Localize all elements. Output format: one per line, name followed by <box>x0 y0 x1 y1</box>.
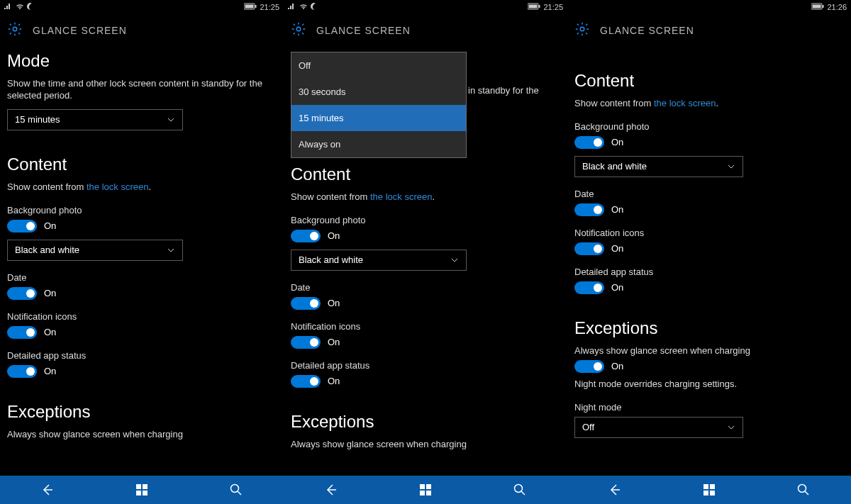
notif-toggle[interactable] <box>7 326 37 339</box>
bgphoto-label: Background photo <box>291 215 560 225</box>
bgphoto-toggle[interactable] <box>574 136 604 149</box>
battery-icon <box>811 3 824 11</box>
start-button[interactable] <box>128 476 156 504</box>
gear-icon <box>574 21 590 40</box>
back-button[interactable] <box>33 476 62 504</box>
mode-heading: Mode <box>7 51 277 71</box>
chevron-down-icon <box>450 256 459 264</box>
exc-charge-label: Always show glance screen when charging <box>7 429 277 441</box>
search-button[interactable] <box>222 476 250 504</box>
moon-icon <box>27 3 34 11</box>
status-time: 21:25 <box>260 3 279 11</box>
svg-rect-17 <box>420 484 425 489</box>
content-description: Show content from the lock screen. <box>291 191 560 203</box>
wifi-icon <box>16 3 24 11</box>
start-button[interactable] <box>411 476 440 504</box>
mode-select[interactable]: 15 minutes <box>7 109 183 130</box>
night-mode-value: Off <box>582 422 594 432</box>
detail-toggle-value: On <box>44 366 56 376</box>
content-heading: Content <box>7 155 277 174</box>
mode-option-30s[interactable]: 30 seconds <box>291 79 466 105</box>
date-toggle[interactable] <box>7 287 37 300</box>
detail-toggle[interactable] <box>574 281 604 294</box>
status-bar: 21:25 <box>284 0 567 14</box>
photo-mode-value: Black and white <box>299 254 363 265</box>
content-heading: Content <box>291 164 560 184</box>
svg-rect-2 <box>255 5 257 8</box>
svg-point-26 <box>799 485 806 493</box>
page-title: GLANCE SCREEN <box>316 25 411 36</box>
content-heading: Content <box>574 71 844 91</box>
status-time: 21:26 <box>827 3 847 11</box>
moon-icon <box>311 3 318 11</box>
svg-point-16 <box>231 485 239 493</box>
svg-rect-1 <box>245 5 254 9</box>
start-button[interactable] <box>695 476 723 504</box>
date-toggle[interactable] <box>574 203 604 216</box>
svg-point-11 <box>580 27 584 31</box>
gear-icon <box>7 21 23 40</box>
back-button[interactable] <box>317 476 345 504</box>
date-label: Date <box>574 189 844 199</box>
date-label: Date <box>7 272 277 283</box>
notif-toggle-value: On <box>611 243 623 254</box>
lock-screen-link[interactable]: the lock screen <box>654 98 716 108</box>
date-toggle-value: On <box>611 204 623 215</box>
search-button[interactable] <box>789 476 818 504</box>
svg-rect-20 <box>426 491 431 495</box>
exc-charge-label: Always show glance screen when charging <box>291 439 560 451</box>
notif-toggle[interactable] <box>291 336 321 349</box>
exc-charge-toggle-value: On <box>611 361 623 371</box>
bgphoto-toggle[interactable] <box>291 230 321 242</box>
mode-option-always[interactable]: Always on <box>291 131 466 157</box>
detail-toggle[interactable] <box>291 375 321 388</box>
status-time: 21:25 <box>543 3 563 11</box>
mode-option-off[interactable]: Off <box>291 52 466 79</box>
svg-rect-10 <box>823 5 824 8</box>
bgphoto-toggle[interactable] <box>7 220 37 233</box>
svg-rect-9 <box>813 5 821 9</box>
svg-rect-18 <box>426 484 431 489</box>
bgphoto-toggle-value: On <box>44 220 56 231</box>
search-button[interactable] <box>506 476 534 504</box>
exceptions-heading: Exceptions <box>574 318 844 338</box>
photo-mode-select[interactable]: Black and white <box>7 240 183 261</box>
chevron-down-icon <box>167 246 175 254</box>
date-toggle-value: On <box>44 288 56 298</box>
photo-mode-select[interactable]: Black and white <box>291 250 467 271</box>
mode-select-value: 15 minutes <box>15 114 60 125</box>
svg-rect-15 <box>143 491 148 495</box>
photo-mode-select[interactable]: Black and white <box>574 156 743 177</box>
back-button[interactable] <box>601 476 629 504</box>
mode-description-partial: in standby for the <box>468 85 560 97</box>
detail-label: Detailed app status <box>291 360 560 371</box>
notif-toggle[interactable] <box>574 242 604 255</box>
signal-icon <box>288 3 296 11</box>
bgphoto-toggle-value: On <box>611 137 623 147</box>
lock-screen-link[interactable]: the lock screen <box>87 181 148 192</box>
chevron-down-icon <box>727 423 735 432</box>
content-description: Show content from the lock screen. <box>574 98 844 110</box>
bgphoto-label: Background photo <box>574 121 844 132</box>
notif-label: Notification icons <box>7 311 277 322</box>
notif-toggle-value: On <box>44 327 56 337</box>
svg-rect-6 <box>539 5 540 8</box>
exc-charge-toggle[interactable] <box>574 360 604 373</box>
status-bar: 21:25 <box>0 0 284 14</box>
mode-option-15m[interactable]: 15 minutes <box>291 105 466 131</box>
screen-1: 21:25 GLANCE SCREEN Mode Show the time a… <box>0 0 284 476</box>
notif-label: Notification icons <box>574 228 844 238</box>
screen-2: 21:25 GLANCE SCREEN in standby for the O… <box>284 0 567 476</box>
svg-rect-12 <box>136 484 141 489</box>
svg-rect-14 <box>136 491 141 495</box>
exc-charge-label: Always show glance screen when charging <box>574 345 844 356</box>
detail-toggle[interactable] <box>7 365 37 378</box>
svg-point-3 <box>13 27 17 31</box>
lock-screen-link[interactable]: the lock screen <box>370 191 432 202</box>
status-bar: 21:26 <box>567 0 851 14</box>
svg-rect-22 <box>703 484 708 489</box>
mode-dropdown-open[interactable]: Off 30 seconds 15 minutes Always on <box>291 52 467 158</box>
detail-toggle-value: On <box>328 376 340 386</box>
date-toggle[interactable] <box>291 297 321 310</box>
night-mode-select[interactable]: Off <box>574 417 743 438</box>
